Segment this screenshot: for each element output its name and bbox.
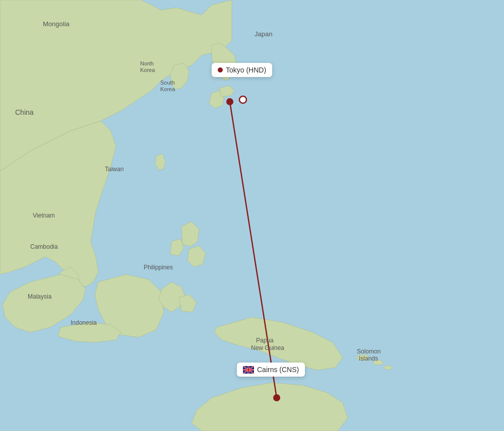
country-label-taiwan: Taiwan: [105, 166, 123, 173]
country-label-png: Papua: [256, 337, 274, 344]
country-label-china: China: [15, 108, 34, 116]
country-label-png-2: New Guinea: [251, 344, 284, 351]
country-label-north-korea: North: [140, 60, 154, 66]
country-label-indonesia: Indonesia: [71, 319, 97, 326]
country-label-south-korea-2: Korea: [160, 86, 175, 92]
country-label-philippines: Philippines: [144, 264, 173, 271]
tokyo-marker-dot: [226, 98, 233, 105]
country-label-cambodia: Cambodia: [30, 243, 58, 250]
map-container: Mongolia Japan China North Korea South K…: [0, 0, 504, 431]
country-label-mongolia: Mongolia: [43, 20, 70, 28]
country-label-north-korea-2: Korea: [140, 67, 155, 73]
country-label-japan: Japan: [255, 30, 272, 38]
country-label-malaysia: Malaysia: [28, 293, 52, 300]
country-label-vietnam: Vietnam: [33, 212, 55, 219]
tokyo-outline-dot: [239, 96, 246, 103]
country-label-south-korea: South: [160, 80, 175, 86]
country-label-solomon-2: Islands: [359, 355, 378, 362]
map-svg: Mongolia Japan China North Korea South K…: [0, 0, 504, 431]
country-label-solomon: Solomon: [357, 348, 381, 355]
cairns-marker-dot: [273, 394, 280, 401]
svg-point-3: [384, 366, 392, 370]
